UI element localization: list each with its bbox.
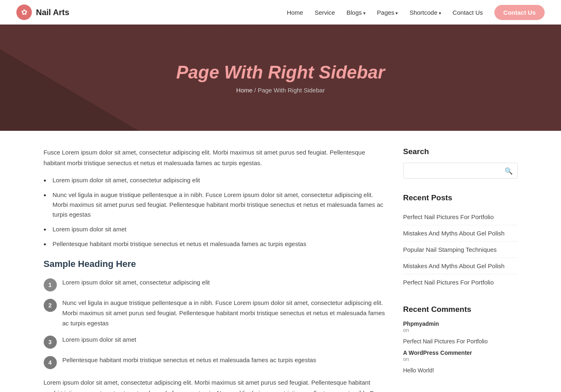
comment-author-1: Phpmyadmin: [403, 320, 518, 327]
comment-item-3: A WordPress Commenter on: [403, 349, 518, 362]
numbered-list: 1 Lorem ipsum dolor sit amet, consectetu…: [44, 278, 387, 369]
numbered-item-4: 4 Pellentesque habitant morbi tristique …: [44, 355, 387, 369]
page-wrapper: Fusce Lorem ipsum dolor sit amet, consec…: [36, 131, 526, 392]
recent-post-1[interactable]: Perfect Nail Pictures For Portfolio: [403, 209, 518, 225]
comment-on-1: on: [403, 327, 518, 333]
num-badge-1: 1: [44, 278, 57, 291]
search-widget: Search 🔍: [403, 147, 518, 179]
nav-home[interactable]: Home: [287, 9, 303, 16]
search-icon[interactable]: 🔍: [505, 167, 513, 175]
breadcrumb: Home / Page With Right Sidebar: [236, 87, 325, 94]
recent-post-3[interactable]: Popular Nail Stamping Techniques: [403, 242, 518, 258]
recent-post-4[interactable]: Mistakes And Myths About Gel Polish: [403, 258, 518, 274]
numbered-item-3: 3 Lorem ipsum dolor sit amet: [44, 335, 387, 349]
num-badge-4: 4: [44, 356, 57, 369]
numbered-text-3: Lorem ipsum dolor sit amet: [63, 335, 136, 345]
hero-section: Page With Right Sidebar Home / Page With…: [0, 25, 561, 131]
recent-post-5[interactable]: Perfect Nail Pictures For Portfolio: [403, 274, 518, 290]
search-input[interactable]: [403, 163, 518, 179]
comment-post-4[interactable]: Hello World!: [403, 367, 518, 374]
search-box: 🔍: [403, 163, 518, 179]
hero-title: Page With Right Sidebar: [176, 62, 385, 83]
bullet-list: Lorem ipsum dolor sit amet, consectetur …: [44, 175, 387, 249]
recent-comments-title: Recent Comments: [403, 305, 518, 314]
main-content: Fusce Lorem ipsum dolor sit amet, consec…: [44, 147, 387, 392]
nav-links: Home Service Blogs Pages Shortcode Conta…: [287, 5, 545, 20]
sidebar: Search 🔍 Recent Posts Perfect Nail Pictu…: [403, 147, 518, 392]
logo-icon: ✿: [16, 4, 32, 20]
body-paragraph: Lorem ipsum dolor sit amet, consectetur …: [44, 377, 387, 392]
recent-post-2[interactable]: Mistakes And Myths About Gel Polish: [403, 225, 518, 242]
recent-posts-title: Recent Posts: [403, 193, 518, 202]
nav-pages[interactable]: Pages: [377, 9, 398, 16]
bullet-item-1: Lorem ipsum dolor sit amet, consectetur …: [44, 175, 387, 185]
recent-comments-list: Phpmyadmin on Perfect Nail Pictures For …: [403, 320, 518, 374]
logo-text: Nail Arts: [36, 8, 69, 17]
comment-item-1: Phpmyadmin on: [403, 320, 518, 333]
search-widget-title: Search: [403, 147, 518, 156]
numbered-text-1: Lorem ipsum dolor sit amet, consectetur …: [63, 278, 210, 288]
comment-item-4: Hello World!: [403, 367, 518, 374]
breadcrumb-separator: /: [254, 87, 256, 94]
bullet-item-2: Nunc vel ligula in augue tristique pelle…: [44, 190, 387, 220]
numbered-item-1: 1 Lorem ipsum dolor sit amet, consectetu…: [44, 278, 387, 291]
logo-link[interactable]: ✿ Nail Arts: [16, 4, 69, 20]
recent-comments-widget: Recent Comments Phpmyadmin on Perfect Na…: [403, 305, 518, 374]
intro-paragraph: Fusce Lorem ipsum dolor sit amet, consec…: [44, 147, 387, 168]
sample-heading: Sample Heading Here: [44, 259, 387, 269]
hero-bg-shape: [0, 49, 139, 131]
nav-blogs[interactable]: Blogs: [346, 9, 366, 16]
numbered-text-4: Pellentesque habitant morbi tristique se…: [63, 355, 316, 365]
bullet-item-3: Lorem ipsum dolor sit amet: [44, 224, 387, 234]
numbered-item-2: 2 Nunc vel ligula in augue tristique pel…: [44, 298, 387, 328]
recent-posts-widget: Recent Posts Perfect Nail Pictures For P…: [403, 193, 518, 290]
comment-author-3: A WordPress Commenter: [403, 349, 518, 356]
num-badge-2: 2: [44, 299, 57, 312]
numbered-text-2: Nunc vel ligula in augue tristique pelle…: [63, 298, 387, 328]
nav-shortcode[interactable]: Shortcode: [409, 9, 441, 16]
navbar: ✿ Nail Arts Home Service Blogs Pages Sho…: [0, 0, 561, 25]
bullet-item-4: Pellentesque habitant morbi tristique se…: [44, 239, 387, 249]
comment-item-2: Perfect Nail Pictures For Portfolio: [403, 338, 518, 345]
breadcrumb-current: Page With Right Sidebar: [258, 87, 325, 94]
num-badge-3: 3: [44, 336, 57, 349]
contact-us-button[interactable]: Contact Us: [494, 5, 545, 20]
recent-posts-list: Perfect Nail Pictures For Portfolio Mist…: [403, 209, 518, 290]
comment-on-3: on: [403, 356, 518, 362]
nav-contact[interactable]: Contact Us: [453, 9, 483, 16]
nav-service[interactable]: Service: [315, 9, 335, 16]
breadcrumb-home[interactable]: Home: [236, 87, 253, 94]
comment-post-2[interactable]: Perfect Nail Pictures For Portfolio: [403, 338, 518, 345]
